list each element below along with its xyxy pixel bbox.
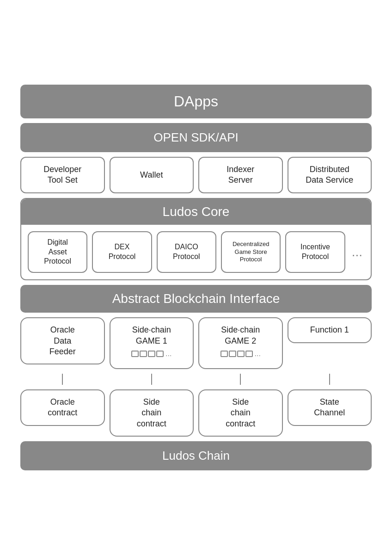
oracle-contract-card: Oraclecontract (20, 389, 105, 426)
ludos-chain-layer: Ludos Chain (20, 441, 372, 470)
daico-protocol-card: DAICOProtocol (157, 231, 216, 273)
sidechain-game2-card: Side·chain GAME 2 ... (198, 317, 283, 369)
oracle-data-feeder-card: OracleDataFeeder (20, 317, 105, 364)
blockchain-top-row: OracleDataFeeder Side·chain GAME 1 ... (20, 317, 372, 369)
sidechain-contract2-col: Sidechaincontract (198, 389, 283, 437)
function1-card: Function 1 (288, 317, 372, 343)
connector-lines-row (20, 374, 372, 385)
wallet-card: Wallet (110, 157, 194, 193)
ludos-core-wrapper: Ludos Core DigitalAssetProtocol DEXProto… (20, 198, 372, 280)
sidechain-game1-col: Side·chain GAME 1 ... (110, 317, 194, 369)
side-chain-contract2-card: Sidechaincontract (198, 389, 283, 437)
architecture-diagram: DApps OPEN SDK/API DeveloperTool Set Wal… (11, 75, 381, 480)
developer-tool-set-card: DeveloperTool Set (20, 157, 105, 193)
dex-protocol-card: DEXProtocol (92, 231, 152, 273)
incentive-protocol-card: IncentiveProtocol (285, 231, 345, 273)
oracle-contract-col: Oraclecontract (20, 389, 105, 437)
sidechain-game2-col: Side·chain GAME 2 ... (198, 317, 283, 369)
indexer-server-card: IndexerServer (198, 157, 283, 193)
ludos-core-header: Ludos Core (21, 199, 371, 225)
state-channel-card: StateChannel (288, 389, 372, 426)
open-sdk-layer: OPEN SDK/API (20, 123, 372, 152)
tools-row: DeveloperTool Set Wallet IndexerServer D… (20, 157, 372, 193)
ludos-core-inner: DigitalAssetProtocol DEXProtocol DAICOPr… (21, 225, 371, 279)
dapps-layer: DApps (20, 85, 372, 118)
ellipsis-indicator: ... (350, 231, 364, 273)
oracle-col: OracleDataFeeder (20, 317, 105, 369)
decentralized-game-store-protocol-card: DecentralizedGame StoreProtocol (221, 231, 281, 273)
sidechain-game1-card: Side·chain GAME 1 ... (110, 317, 194, 369)
function1-col: Function 1 (288, 317, 372, 369)
sidechain-contract1-col: Sidechaincontract (110, 389, 194, 437)
digital-asset-protocol-card: DigitalAssetProtocol (28, 231, 87, 273)
blockchain-bottom-row: Oraclecontract Sidechaincontract Sidecha… (20, 389, 372, 437)
side-chain-contract1-card: Sidechaincontract (110, 389, 194, 437)
distributed-data-service-card: DistributedData Service (288, 157, 372, 193)
state-channel-col: StateChannel (288, 389, 372, 437)
abstract-blockchain-layer: Abstract Blockchain Interface (20, 285, 372, 313)
